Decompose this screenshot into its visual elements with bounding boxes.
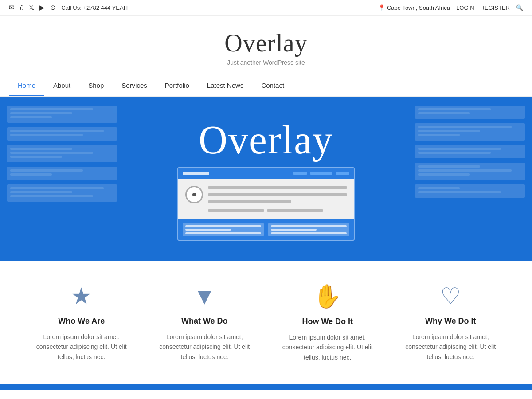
main-nav: HomeAboutShopServicesPortfolioLatest New… xyxy=(0,75,532,97)
nav-item-portfolio[interactable]: Portfolio xyxy=(156,75,198,95)
feature-icon-3: ♡ xyxy=(400,283,501,309)
search-icon[interactable]: 🔍 xyxy=(516,4,523,11)
instagram-icon[interactable]: ⊙ xyxy=(50,4,56,12)
nav-item-services[interactable]: Services xyxy=(113,75,156,95)
location-text: 📍 Cape Town, South Africa xyxy=(378,4,450,11)
register-link[interactable]: REGISTER xyxy=(481,4,510,11)
top-bar: ✉ û 𝕏 ▶ ⊙ Call Us: +2782 444 YEAH 📍 Cape… xyxy=(0,0,532,16)
location-icon: 📍 xyxy=(378,4,385,11)
hero-mockup xyxy=(177,167,355,241)
mockup-body xyxy=(178,179,354,219)
feature-title-3: Why We Do It xyxy=(400,317,501,326)
feature-text-2: Lorem ipsum dolor sit amet, consectetur … xyxy=(277,332,378,362)
mockup-lines xyxy=(208,186,347,212)
hero-banner: Overlay xyxy=(0,97,532,261)
nav-item-about[interactable]: About xyxy=(44,75,79,95)
hero-title: Overlay xyxy=(199,117,333,163)
feature-title-1: What We Do xyxy=(154,317,255,326)
feature-item-0: ★Who We AreLorem ipsum dolor sit amet, c… xyxy=(27,283,137,362)
facebook-icon[interactable]: û xyxy=(20,4,23,12)
nav-item-home[interactable]: Home xyxy=(9,75,44,96)
feature-title-0: Who We Are xyxy=(31,317,132,326)
mockup-footer xyxy=(178,219,354,240)
feature-icon-1: ▼ xyxy=(154,283,255,309)
feature-icon-2: ✋ xyxy=(277,283,378,310)
feature-item-2: ✋How We Do ItLorem ipsum dolor sit amet,… xyxy=(273,283,383,362)
nav-item-shop[interactable]: Shop xyxy=(79,75,113,95)
hero-right-panel xyxy=(408,97,532,261)
feature-text-0: Lorem ipsum dolor sit amet, consectetur … xyxy=(31,332,132,362)
hero-content: Overlay xyxy=(177,117,355,241)
footer-bar xyxy=(0,384,532,390)
mockup-header xyxy=(178,168,354,179)
feature-title-2: How We Do It xyxy=(277,317,378,326)
phone-text: Call Us: +2782 444 YEAH xyxy=(61,4,128,11)
nav-item-latest-news[interactable]: Latest News xyxy=(198,75,253,95)
features-section: ★Who We AreLorem ipsum dolor sit amet, c… xyxy=(0,261,532,384)
mockup-circle xyxy=(185,186,203,203)
logo-title[interactable]: Overlay xyxy=(9,29,523,57)
top-bar-left: ✉ û 𝕏 ▶ ⊙ Call Us: +2782 444 YEAH xyxy=(9,4,128,12)
feature-text-1: Lorem ipsum dolor sit amet, consectetur … xyxy=(154,332,255,362)
login-link[interactable]: LOGIN xyxy=(456,4,474,11)
hero-left-panel xyxy=(0,97,124,261)
youtube-icon[interactable]: ▶ xyxy=(39,4,45,12)
feature-item-3: ♡Why We Do ItLorem ipsum dolor sit amet,… xyxy=(396,283,506,362)
twitter-icon[interactable]: 𝕏 xyxy=(29,4,34,12)
feature-item-1: ▼What We DoLorem ipsum dolor sit amet, c… xyxy=(150,283,260,362)
logo-area: Overlay Just another WordPress site xyxy=(0,16,532,75)
top-bar-right: 📍 Cape Town, South Africa LOGIN REGISTER… xyxy=(378,4,523,11)
feature-text-3: Lorem ipsum dolor sit amet, consectetur … xyxy=(400,332,501,362)
logo-subtitle: Just another WordPress site xyxy=(9,59,523,66)
feature-icon-0: ★ xyxy=(31,283,132,309)
email-icon[interactable]: ✉ xyxy=(9,4,15,12)
nav-item-contact[interactable]: Contact xyxy=(252,75,293,95)
